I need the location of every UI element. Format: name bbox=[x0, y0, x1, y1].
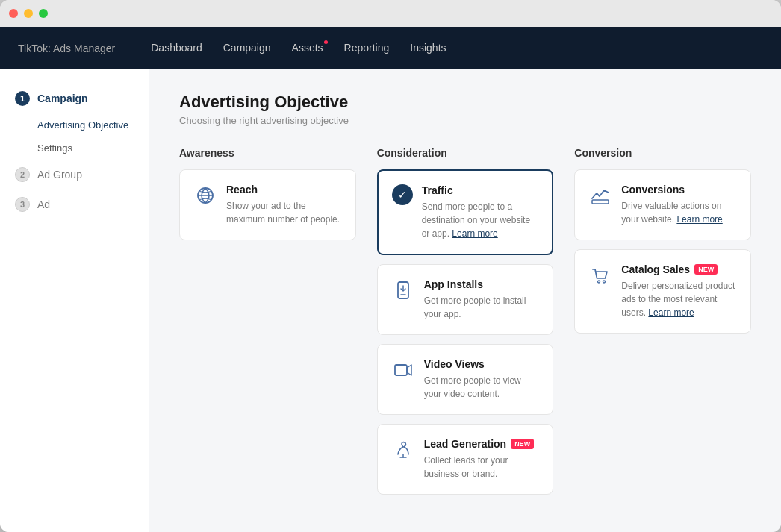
app-installs-title: App Installs bbox=[424, 278, 540, 290]
catalog-sales-learn-more[interactable]: Learn more bbox=[648, 307, 694, 318]
catalog-sales-desc: Deliver personalized product ads to the … bbox=[621, 279, 737, 319]
conversions-content: Conversions Drive valuable actions on yo… bbox=[621, 184, 737, 226]
nav-assets[interactable]: Assets bbox=[292, 42, 323, 54]
svg-point-8 bbox=[603, 281, 606, 283]
catalog-sales-new-badge: NEW bbox=[694, 264, 718, 275]
app-installs-card[interactable]: App Installs Get more people to install … bbox=[377, 264, 554, 335]
video-views-desc: Get more people to view your video conte… bbox=[424, 374, 540, 401]
step2-badge: 2 bbox=[15, 167, 30, 182]
conversions-desc: Drive valuable actions on your website. … bbox=[621, 199, 737, 226]
traffic-card-top: ✓ Traffic Send more people to a destinat… bbox=[392, 184, 539, 240]
nav-insights[interactable]: Insights bbox=[410, 42, 446, 54]
nav-reporting[interactable]: Reporting bbox=[344, 42, 390, 54]
close-button[interactable] bbox=[9, 9, 18, 18]
reach-card-content: Reach Show your ad to the maximum number… bbox=[226, 184, 342, 226]
lead-gen-desc: Collect leads for your business or brand… bbox=[424, 454, 540, 481]
titlebar bbox=[0, 0, 781, 27]
video-views-card[interactable]: Video Views Get more people to view your… bbox=[377, 344, 554, 415]
svg-point-7 bbox=[598, 281, 600, 283]
nav-links: Dashboard Campaign Assets Reporting Insi… bbox=[151, 42, 446, 54]
page-subtitle: Choosing the right advertising objective bbox=[179, 115, 751, 126]
traffic-desc: Send more people to a destination on you… bbox=[422, 200, 539, 240]
sidebar: 1 Campaign Advertising Objective Setting… bbox=[0, 69, 149, 532]
conversion-header: Conversion bbox=[574, 147, 751, 159]
catalog-sales-icon bbox=[588, 263, 612, 287]
svg-rect-3 bbox=[395, 365, 407, 375]
reach-title: Reach bbox=[226, 184, 342, 195]
video-views-content: Video Views Get more people to view your… bbox=[424, 358, 540, 401]
navbar: TikTok: Ads Manager Dashboard Campaign A… bbox=[0, 27, 781, 69]
app-window: TikTok: Ads Manager Dashboard Campaign A… bbox=[0, 0, 781, 532]
traffic-card-content: Traffic Send more people to a destinatio… bbox=[422, 184, 539, 240]
video-views-icon bbox=[391, 358, 415, 382]
video-views-top: Video Views Get more people to view your… bbox=[391, 358, 540, 401]
reach-icon bbox=[193, 184, 217, 207]
brand-suffix: : Ads Manager bbox=[48, 43, 115, 54]
conversion-column: Conversion Conversions bbox=[574, 147, 751, 504]
video-views-title: Video Views bbox=[424, 358, 540, 370]
conversions-card[interactable]: Conversions Drive valuable actions on yo… bbox=[574, 169, 751, 240]
reach-desc: Show your ad to the maximum number of pe… bbox=[226, 199, 342, 226]
lead-gen-card[interactable]: Lead Generation NEW Collect leads for yo… bbox=[377, 424, 554, 495]
awareness-header: Awareness bbox=[179, 147, 356, 159]
consideration-header: Consideration bbox=[377, 147, 554, 159]
app-installs-top: App Installs Get more people to install … bbox=[391, 278, 540, 321]
objectives-grid: Awareness bbox=[179, 147, 751, 504]
sidebar-item-ad[interactable]: 3 Ad bbox=[0, 190, 149, 219]
brand-name: TikTok bbox=[18, 43, 48, 54]
traffic-card[interactable]: ✓ Traffic Send more people to a destinat… bbox=[377, 169, 554, 255]
reach-card[interactable]: Reach Show your ad to the maximum number… bbox=[179, 169, 356, 240]
sidebar-sub-settings[interactable]: Settings bbox=[0, 137, 149, 160]
traffic-title: Traffic bbox=[422, 184, 539, 196]
brand-logo: TikTok: Ads Manager bbox=[18, 40, 115, 56]
lead-gen-title: Lead Generation NEW bbox=[424, 438, 540, 450]
sidebar-item-campaign[interactable]: 1 Campaign bbox=[0, 84, 149, 113]
conversions-learn-more[interactable]: Learn more bbox=[676, 214, 722, 225]
sidebar-item-adgroup[interactable]: 2 Ad Group bbox=[0, 160, 149, 190]
catalog-sales-top: Catalog Sales NEW Deliver personalized p… bbox=[588, 263, 737, 319]
conversions-title: Conversions bbox=[621, 184, 737, 195]
traffic-learn-more[interactable]: Learn more bbox=[452, 228, 497, 239]
minimize-button[interactable] bbox=[24, 9, 33, 18]
reach-card-top: Reach Show your ad to the maximum number… bbox=[193, 184, 342, 226]
catalog-sales-title: Catalog Sales NEW bbox=[621, 263, 737, 275]
awareness-column: Awareness bbox=[179, 147, 356, 504]
step3-badge: 3 bbox=[15, 197, 30, 212]
lead-gen-new-badge: NEW bbox=[511, 439, 534, 449]
step1-badge: 1 bbox=[15, 91, 30, 106]
catalog-sales-content: Catalog Sales NEW Deliver personalized p… bbox=[621, 263, 737, 319]
nav-campaign[interactable]: Campaign bbox=[223, 42, 271, 54]
svg-rect-6 bbox=[592, 200, 609, 204]
conversions-icon bbox=[588, 184, 612, 207]
lead-gen-top: Lead Generation NEW Collect leads for yo… bbox=[391, 438, 540, 481]
conversions-top: Conversions Drive valuable actions on yo… bbox=[588, 184, 737, 226]
consideration-column: Consideration ✓ Traffic Send more people… bbox=[377, 147, 554, 504]
nav-dashboard[interactable]: Dashboard bbox=[151, 42, 202, 54]
lead-gen-icon bbox=[391, 438, 415, 462]
page-title: Advertising Objective bbox=[179, 93, 751, 112]
step3-label: Ad bbox=[37, 198, 50, 210]
catalog-sales-card[interactable]: Catalog Sales NEW Deliver personalized p… bbox=[574, 249, 751, 334]
maximize-button[interactable] bbox=[39, 9, 48, 18]
step1-label: Campaign bbox=[37, 93, 88, 104]
app-installs-content: App Installs Get more people to install … bbox=[424, 278, 540, 321]
app-installs-desc: Get more people to install your app. bbox=[424, 294, 540, 321]
traffic-selected-icon: ✓ bbox=[392, 184, 413, 205]
sidebar-sub-advertising-objective[interactable]: Advertising Objective bbox=[0, 113, 149, 137]
main-layout: 1 Campaign Advertising Objective Setting… bbox=[0, 69, 781, 532]
step2-label: Ad Group bbox=[37, 169, 82, 181]
lead-gen-content: Lead Generation NEW Collect leads for yo… bbox=[424, 438, 540, 481]
app-installs-icon bbox=[391, 278, 415, 302]
content-area: Advertising Objective Choosing the right… bbox=[149, 69, 781, 532]
